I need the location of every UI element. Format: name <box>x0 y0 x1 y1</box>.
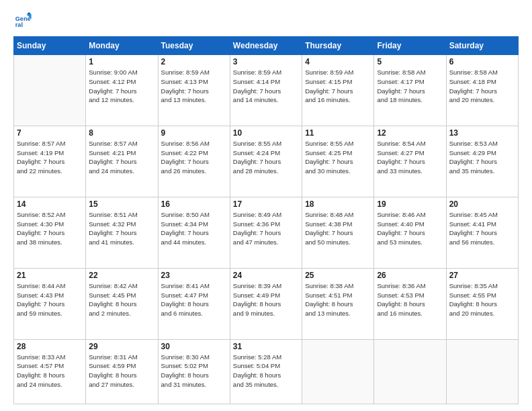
calendar-cell: 10Sunrise: 8:55 AM Sunset: 4:24 PM Dayli… <box>230 126 302 197</box>
day-number: 23 <box>161 271 227 280</box>
day-number: 17 <box>233 199 299 209</box>
day-number: 7 <box>17 128 83 138</box>
calendar-cell: 27Sunrise: 8:35 AM Sunset: 4:55 PM Dayli… <box>446 268 518 339</box>
weekday-header-tuesday: Tuesday <box>158 37 230 55</box>
logo-icon: Gene ral <box>13 11 32 30</box>
cell-info: Sunrise: 8:59 AM Sunset: 4:13 PM Dayligh… <box>161 68 227 105</box>
cell-info: Sunrise: 8:49 AM Sunset: 4:36 PM Dayligh… <box>233 210 299 247</box>
calendar-cell <box>14 55 86 126</box>
calendar-cell: 4Sunrise: 8:59 AM Sunset: 4:15 PM Daylig… <box>302 55 374 126</box>
calendar-cell: 6Sunrise: 8:58 AM Sunset: 4:18 PM Daylig… <box>446 55 518 126</box>
day-number: 1 <box>89 57 154 66</box>
day-number: 16 <box>161 199 227 209</box>
cell-info: Sunrise: 8:33 AM Sunset: 4:57 PM Dayligh… <box>17 353 83 390</box>
day-number: 21 <box>17 271 83 280</box>
day-number: 10 <box>233 128 299 138</box>
cell-info: Sunrise: 8:58 AM Sunset: 4:18 PM Dayligh… <box>449 68 515 105</box>
day-number: 8 <box>89 128 154 138</box>
calendar-cell: 12Sunrise: 8:54 AM Sunset: 4:27 PM Dayli… <box>374 126 446 197</box>
cell-info: Sunrise: 8:48 AM Sunset: 4:38 PM Dayligh… <box>305 210 371 247</box>
calendar-cell: 26Sunrise: 8:36 AM Sunset: 4:53 PM Dayli… <box>374 268 446 339</box>
page: Gene ral SundayMondayTuesdayWednesdayThu… <box>0 0 532 411</box>
cell-info: Sunrise: 8:53 AM Sunset: 4:29 PM Dayligh… <box>449 139 515 176</box>
cell-info: Sunrise: 8:58 AM Sunset: 4:17 PM Dayligh… <box>377 68 443 105</box>
calendar-cell: 16Sunrise: 8:50 AM Sunset: 4:34 PM Dayli… <box>158 197 230 268</box>
calendar-row: 28Sunrise: 8:33 AM Sunset: 4:57 PM Dayli… <box>14 339 519 404</box>
calendar-cell: 19Sunrise: 8:46 AM Sunset: 4:40 PM Dayli… <box>374 197 446 268</box>
day-number: 3 <box>233 57 299 66</box>
cell-info: Sunrise: 8:50 AM Sunset: 4:34 PM Dayligh… <box>161 210 227 247</box>
day-number: 31 <box>233 342 299 351</box>
calendar-cell: 5Sunrise: 8:58 AM Sunset: 4:17 PM Daylig… <box>374 55 446 126</box>
weekday-header-saturday: Saturday <box>446 37 518 55</box>
cell-info: Sunrise: 8:42 AM Sunset: 4:45 PM Dayligh… <box>89 281 154 318</box>
weekday-header-sunday: Sunday <box>14 37 86 55</box>
day-number: 14 <box>17 199 83 209</box>
calendar-cell: 2Sunrise: 8:59 AM Sunset: 4:13 PM Daylig… <box>158 55 230 126</box>
calendar-cell: 25Sunrise: 8:38 AM Sunset: 4:51 PM Dayli… <box>302 268 374 339</box>
day-number: 15 <box>89 199 154 209</box>
calendar-row: 14Sunrise: 8:52 AM Sunset: 4:30 PM Dayli… <box>14 197 519 268</box>
day-number: 11 <box>305 128 371 138</box>
calendar-cell: 24Sunrise: 8:39 AM Sunset: 4:49 PM Dayli… <box>230 268 302 339</box>
calendar-row: 21Sunrise: 8:44 AM Sunset: 4:43 PM Dayli… <box>14 268 519 339</box>
day-number: 2 <box>161 57 227 66</box>
cell-info: Sunrise: 8:35 AM Sunset: 4:55 PM Dayligh… <box>449 281 515 318</box>
calendar-cell: 7Sunrise: 8:57 AM Sunset: 4:19 PM Daylig… <box>14 126 86 197</box>
cell-info: Sunrise: 8:45 AM Sunset: 4:41 PM Dayligh… <box>449 210 515 247</box>
cell-info: Sunrise: 8:44 AM Sunset: 4:43 PM Dayligh… <box>17 281 83 318</box>
day-number: 27 <box>449 271 515 280</box>
weekday-header-wednesday: Wednesday <box>230 37 302 55</box>
day-number: 25 <box>305 271 371 280</box>
logo: Gene ral <box>13 11 34 30</box>
calendar-cell: 11Sunrise: 8:55 AM Sunset: 4:25 PM Dayli… <box>302 126 374 197</box>
cell-info: Sunrise: 8:31 AM Sunset: 4:59 PM Dayligh… <box>89 353 154 390</box>
calendar-cell: 15Sunrise: 8:51 AM Sunset: 4:32 PM Dayli… <box>86 197 158 268</box>
day-number: 30 <box>161 342 227 351</box>
cell-info: Sunrise: 8:57 AM Sunset: 4:21 PM Dayligh… <box>89 139 154 176</box>
cell-info: Sunrise: 8:54 AM Sunset: 4:27 PM Dayligh… <box>377 139 443 176</box>
calendar-cell: 21Sunrise: 8:44 AM Sunset: 4:43 PM Dayli… <box>14 268 86 339</box>
calendar-cell: 1Sunrise: 9:00 AM Sunset: 4:12 PM Daylig… <box>86 55 158 126</box>
cell-info: Sunrise: 8:52 AM Sunset: 4:30 PM Dayligh… <box>17 210 83 247</box>
calendar-cell: 9Sunrise: 8:56 AM Sunset: 4:22 PM Daylig… <box>158 126 230 197</box>
calendar-cell <box>302 339 374 404</box>
calendar-cell: 3Sunrise: 8:59 AM Sunset: 4:14 PM Daylig… <box>230 55 302 126</box>
calendar-table: SundayMondayTuesdayWednesdayThursdayFrid… <box>13 36 519 404</box>
cell-info: Sunrise: 8:55 AM Sunset: 4:24 PM Dayligh… <box>233 139 299 176</box>
day-number: 6 <box>449 57 515 66</box>
cell-info: Sunrise: 8:36 AM Sunset: 4:53 PM Dayligh… <box>377 281 443 318</box>
cell-info: Sunrise: 8:55 AM Sunset: 4:25 PM Dayligh… <box>305 139 371 176</box>
day-number: 12 <box>377 128 443 138</box>
cell-info: Sunrise: 8:56 AM Sunset: 4:22 PM Dayligh… <box>161 139 227 176</box>
calendar-header-row: SundayMondayTuesdayWednesdayThursdayFrid… <box>14 37 519 55</box>
day-number: 9 <box>161 128 227 138</box>
calendar-cell: 18Sunrise: 8:48 AM Sunset: 4:38 PM Dayli… <box>302 197 374 268</box>
calendar-cell: 23Sunrise: 8:41 AM Sunset: 4:47 PM Dayli… <box>158 268 230 339</box>
calendar-cell: 30Sunrise: 8:30 AM Sunset: 5:02 PM Dayli… <box>158 339 230 404</box>
cell-info: Sunrise: 9:00 AM Sunset: 4:12 PM Dayligh… <box>89 68 154 105</box>
day-number: 5 <box>377 57 443 66</box>
day-number: 19 <box>377 199 443 209</box>
calendar-cell: 29Sunrise: 8:31 AM Sunset: 4:59 PM Dayli… <box>86 339 158 404</box>
day-number: 13 <box>449 128 515 138</box>
calendar-cell: 8Sunrise: 8:57 AM Sunset: 4:21 PM Daylig… <box>86 126 158 197</box>
cell-info: Sunrise: 8:39 AM Sunset: 4:49 PM Dayligh… <box>233 281 299 318</box>
calendar-cell: 17Sunrise: 8:49 AM Sunset: 4:36 PM Dayli… <box>230 197 302 268</box>
cell-info: Sunrise: 8:59 AM Sunset: 4:14 PM Dayligh… <box>233 68 299 105</box>
weekday-header-monday: Monday <box>86 37 158 55</box>
calendar-cell: 13Sunrise: 8:53 AM Sunset: 4:29 PM Dayli… <box>446 126 518 197</box>
day-number: 22 <box>89 271 154 280</box>
day-number: 29 <box>89 342 154 351</box>
cell-info: Sunrise: 8:38 AM Sunset: 4:51 PM Dayligh… <box>305 281 371 318</box>
day-number: 26 <box>377 271 443 280</box>
cell-info: Sunrise: 8:30 AM Sunset: 5:02 PM Dayligh… <box>161 353 227 390</box>
weekday-header-thursday: Thursday <box>302 37 374 55</box>
cell-info: Sunrise: 8:51 AM Sunset: 4:32 PM Dayligh… <box>89 210 154 247</box>
calendar-row: 1Sunrise: 9:00 AM Sunset: 4:12 PM Daylig… <box>14 55 519 126</box>
cell-info: Sunrise: 8:59 AM Sunset: 4:15 PM Dayligh… <box>305 68 371 105</box>
svg-text:ral: ral <box>15 21 23 28</box>
day-number: 20 <box>449 199 515 209</box>
cell-info: Sunrise: 8:57 AM Sunset: 4:19 PM Dayligh… <box>17 139 83 176</box>
day-number: 18 <box>305 199 371 209</box>
